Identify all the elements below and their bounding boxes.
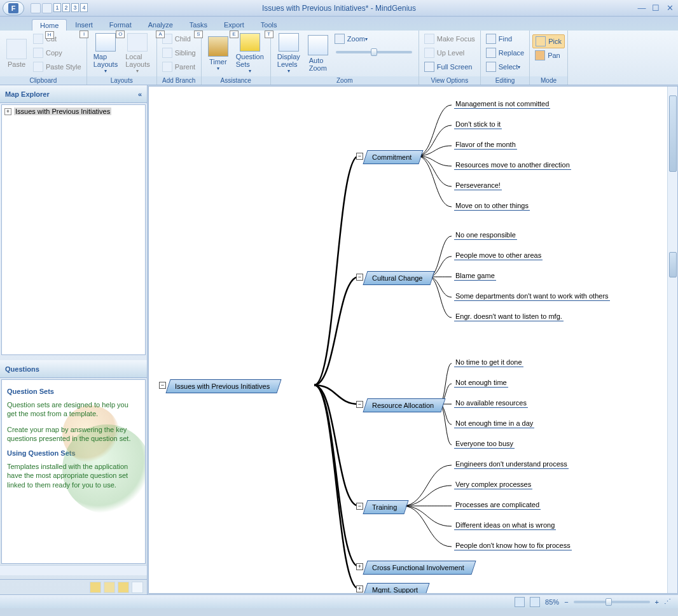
map-leaf[interactable]: No available resources [454, 399, 528, 408]
map-leaf[interactable]: Different ideas on what is wrong [454, 521, 556, 530]
tree-root-item[interactable]: + Issues with Previous Initiatives [4, 108, 142, 115]
map-leaf[interactable]: Some departments don't want to work with… [454, 292, 610, 301]
qat-num-4[interactable]: 4 [80, 3, 88, 12]
map-node[interactable]: Issues with Previous Initiatives [165, 379, 281, 393]
find-button[interactable]: Find [483, 32, 527, 46]
question-sets-button[interactable]: Question Sets▾ [232, 32, 268, 75]
map-leaf[interactable]: Management is not committed [454, 100, 550, 109]
up-level-button[interactable]: Up Level [422, 46, 478, 60]
map-leaf[interactable]: Perseverance! [454, 181, 502, 190]
collapse-toggle-icon[interactable]: + [356, 585, 363, 592]
zoom-out-button[interactable]: − [564, 598, 568, 606]
zoom-slider[interactable] [336, 51, 412, 53]
collapse-toggle-icon[interactable]: − [356, 274, 363, 281]
slider-thumb[interactable] [371, 48, 377, 56]
map-leaf[interactable]: Don't stick to it [454, 120, 502, 129]
slider-thumb[interactable] [605, 598, 612, 606]
map-node[interactable]: Commitment [363, 150, 423, 164]
maximize-button[interactable]: ☐ [650, 4, 661, 13]
tool-pencil-icon[interactable] [90, 582, 101, 593]
map-leaf[interactable]: Very complex processes [454, 480, 532, 489]
auto-zoom-button[interactable]: Auto Zoom [304, 32, 332, 75]
status-icon[interactable] [515, 597, 525, 607]
tool-brush-icon[interactable] [118, 582, 129, 593]
map-layouts-button[interactable]: Map Layouts▾ [90, 32, 122, 75]
tab-analyze[interactable]: AnalyzeA [140, 18, 181, 31]
tab-insert[interactable]: InsertI [67, 18, 101, 31]
map-leaf[interactable]: No time to get it done [454, 358, 523, 367]
map-leaf[interactable]: Engineers don't understand process [454, 460, 569, 469]
sidebar-toolbar [0, 579, 147, 594]
collapse-toggle-icon[interactable]: − [159, 382, 166, 389]
map-node[interactable]: Cultural Change [363, 271, 434, 285]
tab-format[interactable]: FormatO [101, 18, 140, 31]
status-zoom-slider[interactable] [574, 601, 650, 603]
map-leaf[interactable]: Not enough time in a day [454, 419, 534, 428]
questions-scrollbar[interactable] [0, 565, 147, 575]
map-leaf[interactable]: People don't know how to fix process [454, 542, 572, 550]
copy-button[interactable]: Copy [31, 46, 84, 60]
zoom-in-button[interactable]: + [655, 598, 659, 606]
sibling-button[interactable]: Sibling [160, 46, 198, 60]
app-menu-button[interactable]: F [3, 1, 24, 15]
qat-num-2[interactable]: 2 [62, 3, 70, 12]
tab-home[interactable]: HomeH [32, 19, 67, 31]
minimize-button[interactable]: — [636, 4, 647, 13]
paste-style-button[interactable]: Paste Style [31, 60, 84, 74]
tab-key-badge: A [156, 31, 165, 38]
map-leaf[interactable]: Blame game [454, 272, 496, 281]
expand-icon[interactable]: + [4, 108, 11, 115]
resize-grip-icon[interactable]: ⋰ [664, 598, 673, 606]
collapse-panel-button[interactable]: « [138, 90, 142, 98]
vertical-scrollbar[interactable] [667, 87, 677, 593]
tab-export[interactable]: ExportE [216, 18, 253, 31]
cut-button[interactable]: Cut [31, 32, 84, 46]
qat-save-icon[interactable] [42, 3, 52, 13]
map-leaf[interactable]: Move on to other things [454, 202, 530, 211]
map-node[interactable]: Training [363, 500, 408, 514]
tool-grid-icon[interactable] [132, 582, 143, 593]
map-leaf[interactable]: People move to other areas [454, 251, 543, 260]
scrollbar-thumb[interactable] [669, 252, 677, 277]
local-layouts-button[interactable]: Local Layouts▾ [121, 32, 154, 75]
map-node[interactable]: Resource Allocation [363, 398, 445, 412]
map-leaf[interactable]: Not enough time [454, 379, 508, 388]
display-levels-button[interactable]: Display Levels▾ [273, 32, 304, 75]
map-node[interactable]: Cross Functional Involvement [363, 561, 476, 575]
map-node[interactable]: Mgmt. Support [363, 583, 429, 593]
sibling-icon [162, 48, 172, 58]
full-screen-button[interactable]: Full Screen [422, 60, 478, 74]
pan-mode-button[interactable]: Pan [532, 48, 565, 62]
map-leaf[interactable]: Flavor of the month [454, 141, 517, 150]
tab-tasks[interactable]: TasksS [181, 18, 216, 31]
qat-num-1[interactable]: 1 [53, 3, 61, 12]
close-button[interactable]: ✕ [664, 4, 675, 13]
select-button[interactable]: Select ▾ [483, 60, 527, 74]
map-leaf[interactable]: Resources move to another direction [454, 161, 571, 170]
scrollbar-thumb[interactable] [669, 95, 677, 172]
collapse-toggle-icon[interactable]: + [356, 563, 363, 570]
child-button[interactable]: Child [160, 32, 198, 46]
collapse-toggle-icon[interactable]: − [356, 401, 363, 408]
pick-mode-button[interactable]: Pick [532, 34, 565, 48]
collapse-toggle-icon[interactable]: − [356, 503, 363, 510]
map-leaf[interactable]: Everyone too busy [454, 440, 515, 449]
qat-new-icon[interactable] [31, 3, 41, 13]
paste-button[interactable]: Paste [3, 32, 31, 75]
map-leaf[interactable]: Engr. doesn't want to listen to mfg. [454, 312, 564, 321]
map-leaf[interactable]: No one responsible [454, 231, 517, 240]
collapse-toggle-icon[interactable]: − [356, 153, 363, 160]
tab-tools[interactable]: ToolsT [253, 18, 286, 31]
tool-question-icon[interactable] [104, 582, 115, 593]
replace-button[interactable]: Replace [483, 46, 527, 60]
timer-button[interactable]: Timer▾ [204, 32, 232, 75]
mindmap-canvas[interactable]: Issues with Previous Initiatives−Commitm… [149, 87, 677, 593]
qat-num-3[interactable]: 3 [71, 3, 79, 12]
zoom-button[interactable]: Zoom ▾ [332, 32, 416, 46]
magnifier-icon [335, 34, 345, 44]
status-icon[interactable] [530, 597, 540, 607]
make-focus-button[interactable]: Make Focus [422, 32, 478, 46]
parent-button[interactable]: Parent [160, 60, 198, 74]
map-leaf[interactable]: Processes are complicated [454, 501, 541, 510]
map-explorer-tree[interactable]: + Issues with Previous Initiatives [1, 104, 146, 355]
